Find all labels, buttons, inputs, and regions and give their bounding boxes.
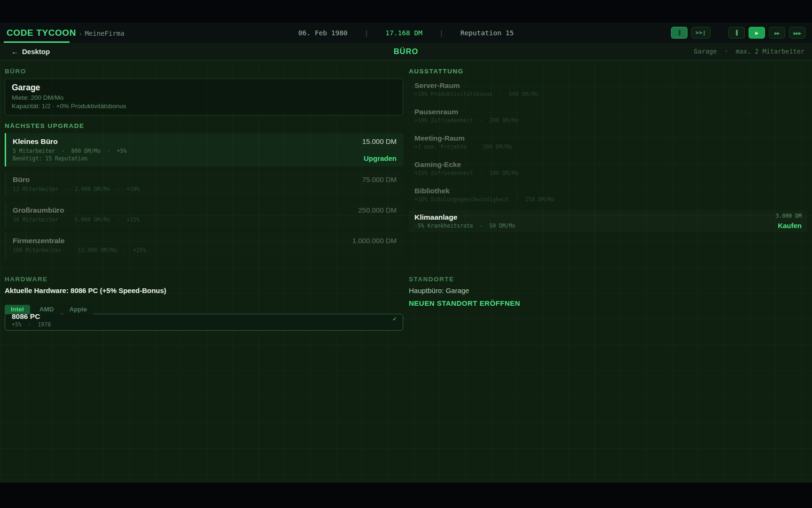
amenity-row-meeting-raum: Meeting-Raum +1 max. Projekte · 300 DM/M…: [409, 131, 807, 153]
tab-apple[interactable]: Apple: [63, 305, 94, 314]
upgrade-right: 1.000.000 DM: [352, 236, 397, 254]
time-controls: >>| ▶ ▶▶ ▶▶▶: [671, 27, 805, 39]
amenity-info: Server-Raum +10% Produktivitätsbonus · 5…: [414, 81, 538, 98]
upgrade-price: 250.000 DM: [358, 206, 397, 214]
upgrade-button[interactable]: Upgraden: [362, 154, 397, 162]
amenity-row-gaming-ecke: Gaming-Ecke +15% Zufriedenheit · 100 DM/…: [409, 158, 807, 180]
amenities-section-label: AUSSTATTUNG: [409, 68, 807, 75]
page-title: BÜRO: [394, 47, 419, 56]
back-label: Desktop: [22, 48, 50, 56]
bottom-letterbox: [0, 483, 812, 508]
open-new-location-button[interactable]: NEUEN STANDORT ERÖFFNEN: [409, 299, 807, 307]
upgrade-specs: 100 Mitarbeiter · 15.000 DM/Mo · +25%: [13, 246, 146, 254]
hardware-item-8086-pc[interactable]: 8086 PC +5% · 1978 ✓: [5, 314, 403, 331]
speed-2x-button[interactable]: ▶▶: [769, 27, 785, 39]
tab-amd[interactable]: AMD: [33, 305, 60, 314]
amenity-info: Gaming-Ecke +15% Zufriedenheit · 100 DM/…: [414, 160, 519, 177]
upgrade-row-firmenzentrale: Firmenzentrale 100 Mitarbeiter · 15.000 …: [5, 232, 403, 258]
hardware-item-info: 8086 PC +5% · 1978: [12, 314, 396, 328]
breadcrumb-separator-icon: ›: [79, 30, 81, 37]
amenity-row-pausenraum: Pausenraum +10% Zufriedenheit · 200 DM/M…: [409, 105, 807, 127]
office-section-label: BÜRO: [5, 68, 403, 75]
upgrade-name: Büro: [13, 175, 140, 184]
amenity-name: Meeting-Raum: [414, 134, 512, 143]
amenity-info: Meeting-Raum +1 max. Projekte · 300 DM/M…: [414, 134, 512, 151]
pause-bar-icon: [736, 30, 738, 36]
bar-icon: [679, 30, 680, 36]
main-content: BÜRO Garage Miete: 200 DM/Mo Kapazität: …: [0, 60, 812, 483]
upgrade-list: Kleines Büro 5 Mitarbeiter · 800 DM/Mo ·…: [5, 133, 403, 258]
office-location: Garage: [694, 48, 717, 55]
upgrade-name: Firmenzentrale: [13, 236, 146, 245]
amenity-specs: +15% Zufriedenheit · 100 DM/Mo: [414, 170, 519, 177]
upgrade-price: 15.000 DM: [362, 137, 397, 146]
current-office-card: Garage Miete: 200 DM/Mo Kapazität: 1/2 ·…: [5, 79, 403, 115]
upgrade-section-label: NÄCHSTES UPGRADE: [5, 122, 403, 129]
company-name: MeineFirma: [85, 30, 124, 37]
upgrade-row-kleines-buero[interactable]: Kleines Büro 5 Mitarbeiter · 800 DM/Mo ·…: [5, 133, 403, 167]
dot-separator: ·: [725, 48, 728, 55]
section-amenities: AUSSTATTUNG Server-Raum +10% Produktivit…: [409, 68, 807, 237]
game-date: 06. Feb 1980: [298, 29, 348, 37]
upgrade-right: 15.000 DM Upgraden: [362, 137, 397, 162]
amenity-info: Klimaanlage -5% Krankheitsrate · 50 DM/M…: [414, 213, 515, 230]
buy-button[interactable]: Kaufen: [776, 222, 802, 230]
reputation-value: Reputation 15: [461, 29, 514, 37]
page-header: ← Desktop BÜRO Garage · max. 2 Mitarbeit…: [0, 43, 812, 60]
office-summary: Garage · max. 2 Mitarbeiter: [694, 48, 804, 55]
amenity-row-klimaanlage[interactable]: Klimaanlage -5% Krankheitsrate · 50 DM/M…: [409, 210, 807, 232]
upgrade-name: Kleines Büro: [13, 137, 126, 146]
amenity-specs: +10% Produktivitätsbonus · 500 DM/Mo: [414, 91, 538, 98]
hardware-item-name: 8086 PC: [12, 314, 396, 321]
upgrade-info: Firmenzentrale 100 Mitarbeiter · 15.000 …: [13, 236, 146, 254]
amenity-name: Pausenraum: [414, 107, 519, 116]
hardware-tabs: Intel AMD Apple: [5, 305, 403, 314]
status-bar: 06. Feb 1980 | 17.168 DM | Reputation 15: [298, 29, 514, 37]
brand: CODE TYCOON › MeineFirma: [7, 28, 125, 38]
upgrade-specs: 5 Mitarbeiter · 800 DM/Mo · +5%: [13, 147, 126, 155]
step-button[interactable]: [671, 27, 687, 39]
amenity-info: Bibliothek +10% Schulungsgeschwindigkeit…: [414, 186, 554, 203]
amenity-name: Klimaanlage: [414, 213, 515, 222]
back-to-desktop-link[interactable]: ← Desktop: [11, 48, 50, 56]
hardware-section-label: HARDWARE: [5, 276, 403, 283]
speed-3x-button[interactable]: ▶▶▶: [789, 27, 805, 39]
office-capacity: max. 2 Mitarbeiter: [736, 48, 804, 55]
amenity-name: Gaming-Ecke: [414, 160, 519, 169]
tab-intel[interactable]: Intel: [5, 305, 30, 314]
main-office-line: Hauptbüro: Garage: [409, 286, 807, 294]
section-locations: STANDORTE Hauptbüro: Garage NEUEN STANDO…: [409, 276, 807, 307]
skip-to-next-button[interactable]: >>|: [691, 27, 710, 39]
app-title: CODE TYCOON: [7, 28, 76, 38]
current-hardware-line: Aktuelle Hardware: 8086 PC (+5% Speed-Bo…: [5, 286, 403, 294]
upgrade-right: 75.000 DM: [362, 175, 397, 193]
office-name: Garage: [12, 83, 396, 93]
upgrade-row-buero: Büro 12 Mitarbeiter · 2.000 DM/Mo · +10%…: [5, 171, 403, 197]
hardware-item-specs: +5% · 1978: [12, 321, 396, 328]
upgrade-price: 75.000 DM: [362, 175, 397, 184]
upgrade-right: 250.000 DM: [358, 206, 397, 223]
amenity-specs: +10% Schulungsgeschwindigkeit · 250 DM/M…: [414, 196, 554, 203]
locations-section-label: STANDORTE: [409, 276, 807, 283]
top-letterbox: [0, 0, 812, 23]
upgrade-name: Großraumbüro: [13, 206, 140, 214]
upgrade-price: 1.000.000 DM: [352, 236, 397, 245]
status-divider: |: [439, 29, 444, 37]
amenity-name: Server-Raum: [414, 81, 538, 90]
pause-button[interactable]: [728, 27, 745, 39]
upgrade-info: Kleines Büro 5 Mitarbeiter · 800 DM/Mo ·…: [13, 137, 126, 162]
back-arrow-icon: ←: [11, 48, 18, 56]
amenity-specs: +1 max. Projekte · 300 DM/Mo: [414, 143, 512, 151]
amenity-right: 3.000 DM Kaufen: [776, 213, 802, 230]
upgrade-specs: 30 Mitarbeiter · 5.000 DM/Mo · +15%: [13, 216, 140, 223]
amenities-list: Server-Raum +10% Produktivitätsbonus · 5…: [409, 79, 807, 237]
amenity-info: Pausenraum +10% Zufriedenheit · 200 DM/M…: [414, 107, 519, 124]
play-button[interactable]: ▶: [749, 27, 765, 39]
upgrade-row-grossraumbuero: Großraumbüro 30 Mitarbeiter · 5.000 DM/M…: [5, 202, 403, 228]
owned-check-icon: ✓: [392, 316, 397, 322]
upgrade-info: Büro 12 Mitarbeiter · 2.000 DM/Mo · +10%: [13, 175, 140, 193]
status-divider: |: [365, 29, 369, 37]
app-header: CODE TYCOON › MeineFirma 06. Feb 1980 | …: [0, 23, 812, 43]
amenity-row-server-raum: Server-Raum +10% Produktivitätsbonus · 5…: [409, 79, 807, 101]
office-capacity-line: Kapazität: 1/2 · +0% Produktivitätsbonus: [12, 102, 396, 111]
